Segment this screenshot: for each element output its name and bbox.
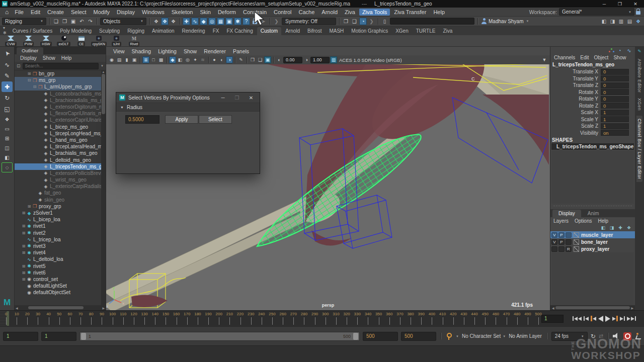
channel-value[interactable]: 1 — [601, 123, 629, 129]
step-back-frame-button[interactable] — [584, 315, 589, 323]
outliner-item-rivet1[interactable]: ⊞✱rivet1 — [15, 223, 101, 229]
channel-value[interactable]: 0 — [601, 89, 629, 95]
channel-value[interactable]: on — [601, 130, 629, 136]
undo-icon[interactable]: ↶ — [78, 18, 86, 25]
viewport-menu-shading[interactable]: Shading — [129, 48, 154, 54]
make-live-icon[interactable]: ▣ — [225, 18, 233, 25]
layer-r-toggle[interactable] — [566, 232, 572, 238]
gamma-icon[interactable]: ◑ — [303, 56, 310, 63]
shelf-tab-motion-graphics[interactable]: Motion Graphics — [348, 27, 391, 35]
outliner-item-l-extensordigitorum-ms[interactable]: ◈L_extensorDigitorum_ms_ — [15, 104, 101, 110]
layer-p-toggle[interactable]: P — [558, 239, 565, 245]
search-input[interactable] — [23, 63, 99, 69]
outliner-item-l-wrist-ms-geo[interactable]: ◈L_wrist_ms_geo — [15, 176, 101, 183]
time-slider-ticks[interactable]: 0102030405060708090100110120130140150160… — [6, 311, 538, 326]
expand-toggle-icon[interactable]: ⊞ — [27, 71, 32, 76]
ambient-occlusion-icon[interactable]: ◎ — [184, 56, 191, 63]
playback-speed-select[interactable]: 24 fps ▼ — [551, 332, 588, 341]
character-set-select[interactable]: No Character Set▼ — [462, 333, 506, 339]
new-scene-icon[interactable]: ❏ — [52, 18, 60, 25]
channel-box-menu-object[interactable]: Object — [592, 55, 611, 60]
redo-icon[interactable]: ↷ — [87, 18, 94, 25]
shelf-tab-bifrost[interactable]: Bifrost — [304, 27, 325, 35]
exposure-icon[interactable]: ◐ — [276, 56, 283, 63]
channel-box-object-name[interactable]: L_tricepsTendon_ms_geo — [550, 61, 635, 68]
expand-toggle-icon[interactable]: ⊟ — [32, 84, 37, 89]
bookmark-icon[interactable]: ▮ — [123, 56, 130, 63]
layer-menu-help[interactable]: Help — [595, 218, 611, 224]
layer-v-toggle[interactable]: V — [551, 239, 557, 245]
select-component-icon[interactable]: ❖ — [170, 18, 177, 25]
shelf-tab-animation[interactable]: Animation — [148, 27, 178, 35]
menu-skeleton[interactable]: Skeleton — [169, 9, 196, 16]
shelf-tab-sculpting[interactable]: Sculpting — [96, 27, 123, 35]
radius-section-header[interactable]: ▼ Radius — [116, 103, 260, 112]
step-forward-frame-button[interactable] — [620, 315, 625, 323]
image-plane-icon[interactable]: ▣ — [131, 56, 138, 63]
symmetry-field[interactable]: Symmetry: Off — [282, 18, 336, 25]
fog-icon[interactable]: ≋ — [199, 56, 206, 63]
channel-value[interactable]: 0 — [601, 96, 629, 102]
view-transform-icon[interactable]: ▥ — [330, 56, 337, 63]
dialog-title-bar[interactable]: M Select Vertices By Proximity Options ─… — [116, 93, 260, 103]
shelf-item-pvw[interactable]: PVW — [21, 36, 36, 46]
shelf-tab-fx-caching[interactable]: FX Caching — [223, 27, 256, 35]
save-scene-icon[interactable]: ▣ — [69, 18, 77, 25]
shelf-item-ce[interactable]: CE — [73, 36, 89, 46]
apply-button[interactable]: Apply — [165, 115, 198, 124]
viewport-menu-lighting[interactable]: Lighting — [155, 48, 180, 54]
snap-to-points-icon[interactable]: ◆ — [200, 18, 207, 25]
channel-value[interactable]: 1 — [601, 110, 629, 116]
lasso-select-tool-button[interactable]: ∿ — [2, 59, 13, 70]
viewport-menu-view[interactable]: View — [110, 48, 128, 54]
outliner-tab[interactable]: Outliner — [17, 47, 43, 54]
playback-start-field[interactable]: 1 — [41, 332, 76, 341]
menu-arnold[interactable]: Arnold — [318, 9, 341, 16]
split-pane-layout-button[interactable]: ◫ — [2, 143, 13, 152]
shelf-tab-ziva[interactable]: Ziva — [439, 27, 456, 35]
channel-value[interactable]: 0 — [601, 103, 629, 109]
menu-help[interactable]: Help — [430, 9, 448, 16]
filter-icon[interactable]: ⊡ — [17, 63, 21, 68]
outliner-item-rivet5[interactable]: ⊞✱rivet5 — [15, 262, 101, 269]
layer-row-bone-layer[interactable]: VPbone_layer — [550, 238, 635, 245]
open-editor-right-icon[interactable]: ❑ — [351, 18, 358, 25]
toggle-attribute-editor-icon[interactable]: ◨ — [609, 18, 616, 25]
layer-v-toggle[interactable] — [551, 246, 557, 252]
quick-rename-input[interactable] — [390, 18, 474, 25]
exposure-field[interactable]: 0.00 — [283, 57, 302, 63]
outliner-item-zsolver1[interactable]: ⊞◆zSolver1 — [15, 210, 101, 216]
close-button[interactable]: ✕ — [629, 1, 642, 7]
outliner-menu-show[interactable]: Show — [40, 55, 58, 61]
range-end-handle[interactable] — [353, 333, 358, 340]
menu-create[interactable]: Create — [44, 9, 67, 16]
layer-move-up-icon[interactable]: ◧ — [600, 225, 606, 231]
layer-color-swatch[interactable] — [574, 232, 579, 238]
shelf-tab-rendering[interactable]: Rendering — [179, 27, 209, 35]
shelf-tab-fx[interactable]: FX — [209, 27, 223, 35]
outliner-item-l-brachialis-ms-geo[interactable]: ◈L_brachialis_ms_geo — [15, 150, 101, 156]
isolate-select-icon[interactable]: ● — [211, 56, 218, 63]
outliner-vscrollbar[interactable]: ▲ — [101, 70, 106, 305]
outliner-item-rivet3[interactable]: ⊞✱rivet3 — [15, 243, 101, 249]
expand-toggle-icon[interactable]: ⊞ — [21, 231, 26, 235]
minimize-button[interactable]: ─ — [598, 1, 611, 7]
dialog-minimize-button[interactable]: ─ — [217, 95, 228, 101]
grease-pencil-icon[interactable]: ✎ — [237, 56, 245, 63]
menu-ziva[interactable]: Ziva — [342, 9, 358, 16]
expand-toggle-icon[interactable]: ⊞ — [21, 250, 26, 255]
outliner-hscrollbar[interactable]: ◀▶ — [15, 305, 106, 310]
snap-to-curves-icon[interactable]: ∿ — [191, 18, 199, 25]
workspace-presets-icon[interactable]: ❖ — [634, 18, 642, 25]
snap-to-view-planes-icon[interactable]: ▦ — [217, 18, 224, 25]
group-expander-icon[interactable]: ❯ — [273, 18, 280, 25]
workspace-lock-icon[interactable] — [636, 11, 640, 15]
layer-move-down-icon[interactable]: ◨ — [609, 225, 615, 231]
pane-pop-icon[interactable]: ❑ — [257, 56, 264, 63]
pane-split-icon[interactable]: ❐ — [249, 56, 256, 63]
menu-modify[interactable]: Modify — [91, 9, 113, 16]
range-start-handle[interactable] — [81, 333, 86, 340]
expand-toggle-icon[interactable]: ⊟ — [27, 78, 32, 82]
scale-tool-button[interactable]: ◱ — [2, 104, 13, 114]
menu-ziva-transfer[interactable]: Ziva Transfer — [391, 9, 429, 16]
